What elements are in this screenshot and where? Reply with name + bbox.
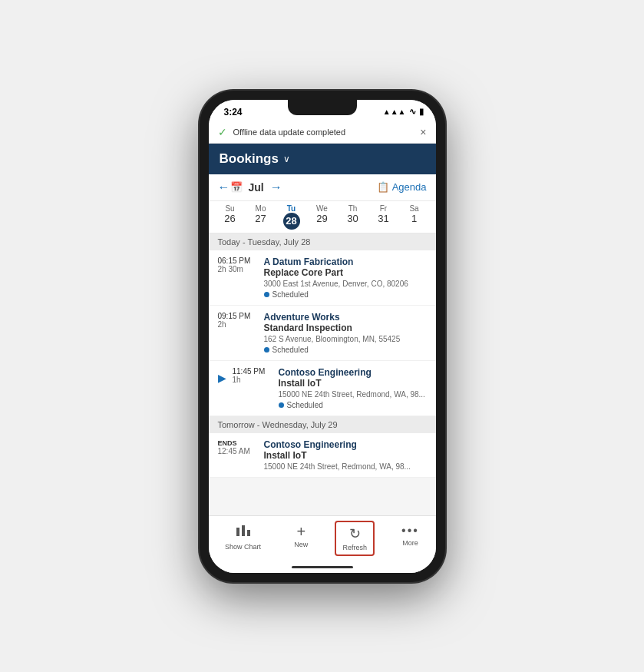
booking-time-col-3: 11:45 PM 1h <box>233 367 272 409</box>
content-area: Today - Tuesday, July 28 06:15 PM 2h 30m… <box>209 233 436 515</box>
notch <box>288 100 357 115</box>
booking-duration-2: 2h <box>218 320 258 329</box>
new-icon: + <box>296 524 305 539</box>
booking-address-3: 15000 NE 24th Street, Redmond, WA, 98... <box>279 390 427 399</box>
day-col-mo[interactable]: Mo 27 <box>246 201 276 233</box>
booking-content-3: Contoso Engineering Install IoT 15000 NE… <box>279 367 427 409</box>
day-col-th[interactable]: Th 30 <box>338 201 368 233</box>
booking-time-col-2: 09:15 PM 2h <box>218 312 258 354</box>
month-display: Jul <box>249 181 264 194</box>
status-dot-3 <box>279 402 284 408</box>
booking-company-1: A Datum Fabrication <box>264 257 427 267</box>
prev-month-button[interactable]: ← <box>218 180 230 194</box>
app-header: Bookings ∨ <box>209 144 436 174</box>
toolbar: Show Chart + New ↻ Refresh ••• More <box>209 515 436 562</box>
booking-company-t1: Contoso Engineering <box>264 439 427 450</box>
day-num-we: 29 <box>316 213 327 224</box>
new-button[interactable]: + New <box>288 521 314 556</box>
day-num-sa: 1 <box>411 213 417 224</box>
booking-address-2: 162 S Avenue, Bloomington, MN, 55425 <box>264 335 427 343</box>
day-num-fr: 31 <box>378 213 388 224</box>
battery-icon: ▮ <box>419 107 424 117</box>
booking-duration-1: 2h 30m <box>218 265 258 273</box>
booking-time-2: 09:15 PM <box>218 312 258 320</box>
refresh-label: Refresh <box>342 544 367 551</box>
day-col-sa[interactable]: Sa 1 <box>399 201 430 233</box>
month-label: Jul <box>249 181 264 194</box>
booking-time-3: 11:45 PM <box>233 367 272 376</box>
tomorrow-label: Tomorrow - Wednesday, July 29 <box>218 420 338 429</box>
booking-item-tomorrow-1[interactable]: ENDS 12:45 AM Contoso Engineering Instal… <box>209 433 436 478</box>
calendar-icon: 📅 <box>230 181 243 193</box>
status-time: 3:24 <box>224 107 243 118</box>
booking-address-t1: 15000 NE 24th Street, Redmond, WA, 98... <box>264 462 427 471</box>
booking-task-3: Install IoT <box>279 378 427 389</box>
booking-task-1: Replace Core Part <box>264 267 427 278</box>
booking-time-t1: ENDS <box>218 439 258 447</box>
refresh-icon: ↻ <box>349 525 361 542</box>
booking-item-2[interactable]: 09:15 PM 2h Adventure Works Standard Ins… <box>209 306 436 361</box>
booking-task-t1: Install IoT <box>264 450 427 461</box>
notification-check-icon: ✓ <box>218 126 227 138</box>
wifi-icon: ∿ <box>409 107 416 117</box>
status-label-2: Scheduled <box>272 346 309 354</box>
day-num-su: 26 <box>224 213 235 224</box>
booking-duration-t1: 12:45 AM <box>218 447 258 455</box>
refresh-button[interactable]: ↻ Refresh <box>335 521 375 556</box>
booking-address-1: 3000 East 1st Avenue, Denver, CO, 80206 <box>264 280 427 288</box>
new-label: New <box>294 541 308 548</box>
day-col-su[interactable]: Su 26 <box>215 201 246 233</box>
tomorrow-section-header: Tomorrow - Wednesday, July 29 <box>209 416 436 433</box>
day-num-tu: 28 <box>283 213 300 230</box>
more-button[interactable]: ••• More <box>395 521 425 556</box>
day-col-tu[interactable]: Tu 28 <box>276 201 307 233</box>
booking-time-1: 06:15 PM <box>218 257 258 265</box>
svg-rect-1 <box>242 525 245 536</box>
agenda-label: Agenda <box>392 181 427 193</box>
day-label-mo: Mo <box>256 204 266 213</box>
booking-item-3[interactable]: ▶ 11:45 PM 1h Contoso Engineering Instal… <box>209 361 436 416</box>
agenda-button[interactable]: 📋 Agenda <box>377 181 427 193</box>
booking-status-1: Scheduled <box>264 290 427 299</box>
notification-message: Offline data update completed <box>233 127 346 137</box>
more-icon: ••• <box>401 524 419 538</box>
show-chart-icon <box>236 524 251 541</box>
booking-item-1[interactable]: 06:15 PM 2h 30m A Datum Fabrication Repl… <box>209 250 436 306</box>
day-label-tu: Tu <box>287 204 296 213</box>
booking-content-t1: Contoso Engineering Install IoT 15000 NE… <box>264 439 427 471</box>
booking-company-2: Adventure Works <box>264 312 427 323</box>
day-label-th: Th <box>348 204 358 213</box>
status-dot-1 <box>264 292 269 297</box>
home-bar-line <box>292 566 353 568</box>
booking-time-col-t1: ENDS 12:45 AM <box>218 439 258 471</box>
signal-icon: ▲▲▲ <box>383 108 406 116</box>
day-col-fr[interactable]: Fr 31 <box>368 201 399 233</box>
day-col-we[interactable]: We 29 <box>307 201 338 233</box>
notification-close-button[interactable]: × <box>420 126 426 138</box>
status-label-3: Scheduled <box>287 401 323 409</box>
svg-rect-2 <box>247 530 250 536</box>
booking-arrow-3: ▶ <box>218 367 226 384</box>
agenda-icon: 📋 <box>377 181 389 193</box>
header-chevron-icon[interactable]: ∨ <box>283 154 290 164</box>
booking-content-1: A Datum Fabrication Replace Core Part 30… <box>264 257 427 299</box>
day-label-we: We <box>316 204 328 213</box>
day-num-th: 30 <box>347 213 358 224</box>
show-chart-button[interactable]: Show Chart <box>219 521 267 556</box>
status-label-1: Scheduled <box>272 290 309 299</box>
app-title: Bookings <box>220 151 279 167</box>
notification-banner: ✓ Offline data update completed × <box>209 121 436 144</box>
booking-company-3: Contoso Engineering <box>279 367 427 378</box>
booking-duration-3: 1h <box>233 376 272 384</box>
booking-status-3: Scheduled <box>279 401 427 409</box>
status-dot-2 <box>264 347 269 353</box>
phone-screen: 3:24 ▲▲▲ ∿ ▮ ✓ Offline data update compl… <box>209 100 436 573</box>
show-chart-label: Show Chart <box>225 543 261 551</box>
booking-content-2: Adventure Works Standard Inspection 162 … <box>264 312 427 354</box>
day-num-mo: 27 <box>255 213 266 224</box>
booking-status-2: Scheduled <box>264 346 427 354</box>
booking-task-2: Standard Inspection <box>264 323 427 333</box>
more-label: More <box>402 539 418 547</box>
next-month-button[interactable]: → <box>270 180 282 194</box>
day-label-su: Su <box>225 204 234 213</box>
